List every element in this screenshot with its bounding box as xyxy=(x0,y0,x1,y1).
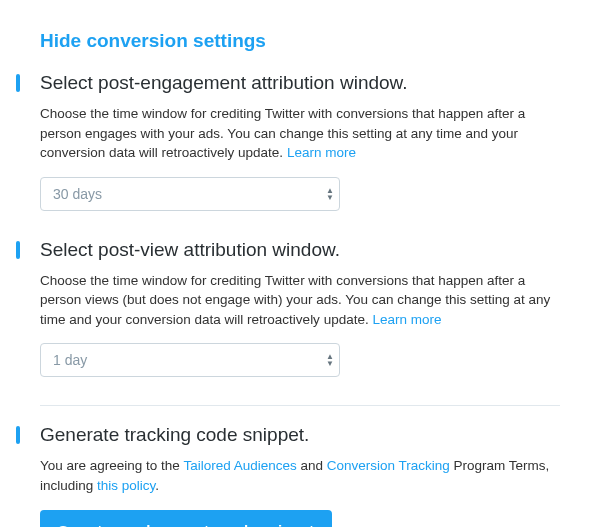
save-tag-generate-snippet-button[interactable]: Save tag and generate code snippet xyxy=(40,510,332,528)
terms-text: You are agreeing to the Tailored Audienc… xyxy=(40,456,560,495)
post-engagement-window-select[interactable]: 30 days xyxy=(40,177,340,211)
tailored-audiences-link[interactable]: Tailored Audiences xyxy=(183,458,296,473)
hide-conversion-settings-link[interactable]: Hide conversion settings xyxy=(40,30,560,52)
divider xyxy=(40,405,560,406)
post-view-window-value: 1 day xyxy=(53,352,87,368)
post-view-heading: Select post-view attribution window. xyxy=(40,239,560,261)
this-policy-link[interactable]: this policy xyxy=(97,478,155,493)
learn-more-link[interactable]: Learn more xyxy=(287,145,356,160)
post-view-section: Select post-view attribution window. Cho… xyxy=(40,239,560,378)
conversion-tracking-link[interactable]: Conversion Tracking xyxy=(327,458,450,473)
generate-snippet-heading: Generate tracking code snippet. xyxy=(40,424,560,446)
post-engagement-description: Choose the time window for crediting Twi… xyxy=(40,104,560,163)
post-view-window-select[interactable]: 1 day xyxy=(40,343,340,377)
post-view-description: Choose the time window for crediting Twi… xyxy=(40,271,560,330)
post-engagement-window-value: 30 days xyxy=(53,186,102,202)
learn-more-link[interactable]: Learn more xyxy=(372,312,441,327)
post-engagement-heading: Select post-engagement attribution windo… xyxy=(40,72,560,94)
post-engagement-section: Select post-engagement attribution windo… xyxy=(40,72,560,211)
generate-snippet-section: Generate tracking code snippet. You are … xyxy=(40,424,560,527)
